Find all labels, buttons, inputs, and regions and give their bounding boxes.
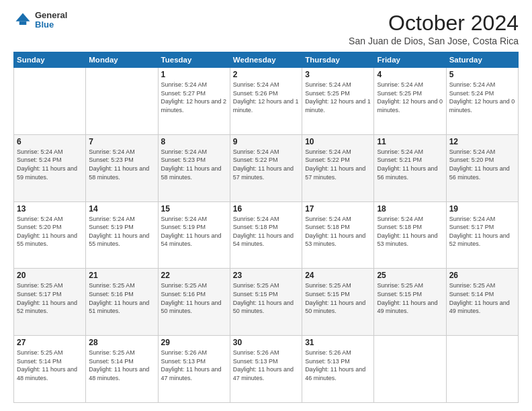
table-row: 13Sunrise: 5:24 AMSunset: 5:20 PMDayligh… bbox=[14, 201, 86, 269]
day-number: 2 bbox=[233, 70, 299, 79]
table-row: 26Sunrise: 5:25 AMSunset: 5:14 PMDayligh… bbox=[446, 269, 518, 336]
day-number: 18 bbox=[377, 204, 443, 214]
header-sunday: Sunday bbox=[14, 52, 86, 68]
table-row: 20Sunrise: 5:25 AMSunset: 5:17 PMDayligh… bbox=[14, 269, 86, 336]
day-number: 12 bbox=[449, 137, 515, 146]
table-row bbox=[86, 68, 158, 135]
table-row bbox=[14, 68, 86, 135]
day-number: 25 bbox=[377, 271, 443, 280]
day-number: 23 bbox=[233, 271, 299, 280]
svg-marker-0 bbox=[16, 13, 30, 21]
day-number: 20 bbox=[17, 271, 83, 280]
table-row: 4Sunrise: 5:24 AMSunset: 5:25 PMDaylight… bbox=[374, 68, 446, 135]
day-info: Sunrise: 5:25 AMSunset: 5:14 PMDaylight:… bbox=[89, 349, 154, 382]
day-info: Sunrise: 5:25 AMSunset: 5:15 PMDaylight:… bbox=[377, 281, 443, 315]
day-number: 13 bbox=[17, 204, 83, 214]
table-row: 17Sunrise: 5:24 AMSunset: 5:18 PMDayligh… bbox=[302, 201, 374, 269]
calendar-week-row: 27Sunrise: 5:25 AMSunset: 5:14 PMDayligh… bbox=[14, 336, 519, 403]
table-row: 31Sunrise: 5:26 AMSunset: 5:13 PMDayligh… bbox=[302, 336, 374, 403]
table-row: 7Sunrise: 5:24 AMSunset: 5:23 PMDaylight… bbox=[86, 134, 158, 201]
month-title: October 2024 bbox=[349, 11, 519, 36]
day-number: 19 bbox=[449, 204, 515, 214]
page: General Blue October 2024 San Juan de Di… bbox=[0, 0, 532, 411]
day-number: 31 bbox=[305, 338, 371, 347]
table-row: 18Sunrise: 5:24 AMSunset: 5:18 PMDayligh… bbox=[374, 201, 446, 269]
logo-general-label: General bbox=[35, 11, 67, 20]
logo: General Blue bbox=[13, 11, 67, 30]
table-row: 3Sunrise: 5:24 AMSunset: 5:25 PMDaylight… bbox=[302, 68, 374, 135]
table-row: 27Sunrise: 5:25 AMSunset: 5:14 PMDayligh… bbox=[14, 336, 86, 403]
calendar-week-row: 20Sunrise: 5:25 AMSunset: 5:17 PMDayligh… bbox=[14, 269, 519, 336]
calendar-table: Sunday Monday Tuesday Wednesday Thursday… bbox=[13, 52, 519, 403]
table-row: 30Sunrise: 5:26 AMSunset: 5:13 PMDayligh… bbox=[230, 336, 302, 403]
table-row: 5Sunrise: 5:24 AMSunset: 5:24 PMDaylight… bbox=[446, 68, 518, 135]
day-info: Sunrise: 5:25 AMSunset: 5:14 PMDaylight:… bbox=[17, 349, 83, 382]
day-number: 6 bbox=[17, 137, 83, 146]
header-wednesday: Wednesday bbox=[230, 52, 302, 68]
day-info: Sunrise: 5:24 AMSunset: 5:24 PMDaylight:… bbox=[17, 148, 83, 181]
table-row: 8Sunrise: 5:24 AMSunset: 5:23 PMDaylight… bbox=[158, 134, 230, 201]
day-info: Sunrise: 5:24 AMSunset: 5:23 PMDaylight:… bbox=[161, 148, 227, 181]
day-info: Sunrise: 5:24 AMSunset: 5:26 PMDaylight:… bbox=[233, 81, 299, 114]
table-row: 28Sunrise: 5:25 AMSunset: 5:14 PMDayligh… bbox=[86, 336, 158, 403]
day-info: Sunrise: 5:25 AMSunset: 5:16 PMDaylight:… bbox=[161, 281, 227, 315]
table-row bbox=[374, 336, 446, 403]
calendar-week-row: 13Sunrise: 5:24 AMSunset: 5:20 PMDayligh… bbox=[14, 201, 519, 269]
day-info: Sunrise: 5:25 AMSunset: 5:17 PMDaylight:… bbox=[17, 281, 83, 315]
day-info: Sunrise: 5:25 AMSunset: 5:16 PMDaylight:… bbox=[89, 281, 154, 315]
table-row: 14Sunrise: 5:24 AMSunset: 5:19 PMDayligh… bbox=[86, 201, 158, 269]
day-info: Sunrise: 5:25 AMSunset: 5:15 PMDaylight:… bbox=[233, 281, 299, 315]
day-number: 21 bbox=[89, 271, 154, 280]
svg-rect-1 bbox=[19, 21, 27, 25]
day-number: 29 bbox=[161, 338, 227, 347]
table-row: 19Sunrise: 5:24 AMSunset: 5:17 PMDayligh… bbox=[446, 201, 518, 269]
day-info: Sunrise: 5:24 AMSunset: 5:22 PMDaylight:… bbox=[233, 148, 299, 181]
day-info: Sunrise: 5:24 AMSunset: 5:20 PMDaylight:… bbox=[17, 215, 83, 248]
day-number: 16 bbox=[233, 204, 299, 214]
table-row: 23Sunrise: 5:25 AMSunset: 5:15 PMDayligh… bbox=[230, 269, 302, 336]
table-row: 22Sunrise: 5:25 AMSunset: 5:16 PMDayligh… bbox=[158, 269, 230, 336]
table-row: 15Sunrise: 5:24 AMSunset: 5:19 PMDayligh… bbox=[158, 201, 230, 269]
header-friday: Friday bbox=[374, 52, 446, 68]
day-info: Sunrise: 5:26 AMSunset: 5:13 PMDaylight:… bbox=[161, 349, 227, 382]
calendar-week-row: 1Sunrise: 5:24 AMSunset: 5:27 PMDaylight… bbox=[14, 68, 519, 135]
day-number: 1 bbox=[161, 70, 227, 79]
table-row: 21Sunrise: 5:25 AMSunset: 5:16 PMDayligh… bbox=[86, 269, 158, 336]
day-info: Sunrise: 5:24 AMSunset: 5:22 PMDaylight:… bbox=[305, 148, 371, 181]
header-saturday: Saturday bbox=[446, 52, 518, 68]
table-row: 6Sunrise: 5:24 AMSunset: 5:24 PMDaylight… bbox=[14, 134, 86, 201]
title-block: October 2024 San Juan de Dios, San Jose,… bbox=[349, 11, 519, 46]
logo-icon bbox=[13, 11, 32, 30]
calendar-week-row: 6Sunrise: 5:24 AMSunset: 5:24 PMDaylight… bbox=[14, 134, 519, 201]
day-number: 11 bbox=[377, 137, 443, 146]
day-number: 27 bbox=[17, 338, 83, 347]
day-number: 26 bbox=[449, 271, 515, 280]
table-row: 16Sunrise: 5:24 AMSunset: 5:18 PMDayligh… bbox=[230, 201, 302, 269]
table-row: 25Sunrise: 5:25 AMSunset: 5:15 PMDayligh… bbox=[374, 269, 446, 336]
table-row: 1Sunrise: 5:24 AMSunset: 5:27 PMDaylight… bbox=[158, 68, 230, 135]
location: San Juan de Dios, San Jose, Costa Rica bbox=[349, 36, 519, 46]
table-row: 12Sunrise: 5:24 AMSunset: 5:20 PMDayligh… bbox=[446, 134, 518, 201]
logo-blue-label: Blue bbox=[35, 20, 67, 30]
day-info: Sunrise: 5:26 AMSunset: 5:13 PMDaylight:… bbox=[233, 349, 299, 382]
table-row: 2Sunrise: 5:24 AMSunset: 5:26 PMDaylight… bbox=[230, 68, 302, 135]
day-number: 22 bbox=[161, 271, 227, 280]
day-number: 5 bbox=[449, 70, 515, 79]
header-tuesday: Tuesday bbox=[158, 52, 230, 68]
day-number: 8 bbox=[161, 137, 227, 146]
day-info: Sunrise: 5:24 AMSunset: 5:25 PMDaylight:… bbox=[305, 81, 371, 114]
day-number: 9 bbox=[233, 137, 299, 146]
table-row: 24Sunrise: 5:25 AMSunset: 5:15 PMDayligh… bbox=[302, 269, 374, 336]
day-number: 14 bbox=[89, 204, 154, 214]
day-info: Sunrise: 5:24 AMSunset: 5:18 PMDaylight:… bbox=[377, 215, 443, 248]
table-row: 29Sunrise: 5:26 AMSunset: 5:13 PMDayligh… bbox=[158, 336, 230, 403]
day-info: Sunrise: 5:25 AMSunset: 5:15 PMDaylight:… bbox=[305, 281, 371, 315]
day-number: 10 bbox=[305, 137, 371, 146]
day-info: Sunrise: 5:24 AMSunset: 5:21 PMDaylight:… bbox=[377, 148, 443, 181]
day-info: Sunrise: 5:24 AMSunset: 5:20 PMDaylight:… bbox=[449, 148, 515, 181]
day-number: 4 bbox=[377, 70, 443, 79]
day-number: 17 bbox=[305, 204, 371, 214]
day-number: 15 bbox=[161, 204, 227, 214]
day-info: Sunrise: 5:26 AMSunset: 5:13 PMDaylight:… bbox=[305, 349, 371, 382]
header-monday: Monday bbox=[86, 52, 158, 68]
